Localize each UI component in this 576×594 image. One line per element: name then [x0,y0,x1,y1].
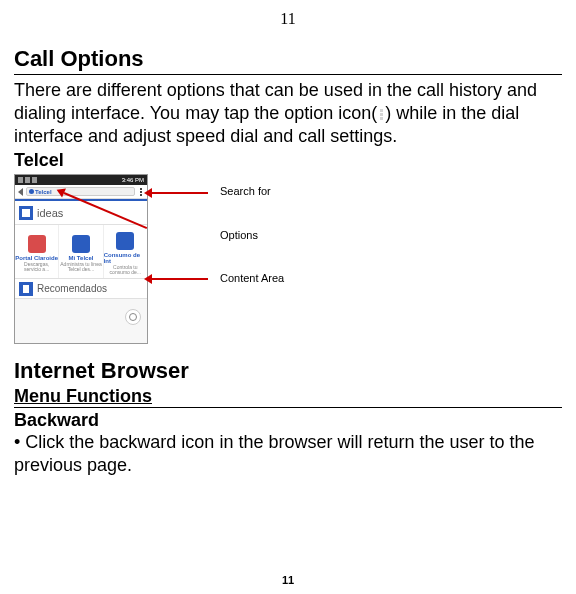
tile-sub: Controla tu consumo de... [104,265,147,275]
recomendados-icon [19,282,33,296]
consumo-icon [116,232,134,250]
label-search-for: Search for [220,185,271,197]
recomendados-row[interactable]: Recomendados [15,279,147,299]
backward-text: • Click the backward icon in the browser… [14,431,562,477]
arrow-search-for [152,192,208,194]
backward-heading: Backward [14,410,562,431]
page-number-bottom: 11 [0,574,576,586]
portal-icon [28,235,46,253]
telcel-screenshot-area: 3:46 PM Telcel ideas Portal Claroide Des… [14,174,562,344]
call-options-heading: Call Options [14,46,562,75]
menu-functions-heading: Menu Functions [14,386,562,408]
content-tiles: Portal Claroide Descargas, servicio a...… [15,225,147,279]
mitelcel-icon [72,235,90,253]
ideas-icon [19,206,33,220]
url-field[interactable]: Telcel [26,187,135,196]
tile-consumo[interactable]: Consumo de Int Controla tu consumo de... [104,225,147,278]
call-options-description: There are different options that can be … [14,79,562,148]
arrow-content-area [152,278,208,280]
page-number-top: 11 [14,10,562,28]
label-content-area: Content Area [220,272,284,284]
floating-action-icon[interactable] [125,309,141,325]
vertical-dots-icon [377,108,385,121]
tile-label: Consumo de Int [104,252,147,264]
tile-mitelcel[interactable]: Mi Telcel Administra tu línea Telcel des… [59,225,103,278]
back-icon[interactable] [18,188,23,196]
url-brand-text: Telcel [35,189,52,195]
statusbar-time: 3:46 PM [122,175,144,185]
ideas-row[interactable]: ideas [15,201,147,225]
recomendados-label: Recomendados [37,283,107,294]
telcel-logo-icon [29,189,34,194]
annotation-area: Search for Options Content Area [154,174,562,344]
tile-sub: Descargas, servicio a... [15,262,58,272]
url-bar[interactable]: Telcel [15,185,147,199]
status-bar: 3:46 PM [15,175,147,185]
telcel-heading: Telcel [14,150,562,171]
label-options: Options [220,229,258,241]
tile-portal[interactable]: Portal Claroide Descargas, servicio a... [15,225,59,278]
ideas-label: ideas [37,207,63,219]
tile-sub: Administra tu línea Telcel des... [59,262,102,272]
internet-browser-heading: Internet Browser [14,358,562,384]
